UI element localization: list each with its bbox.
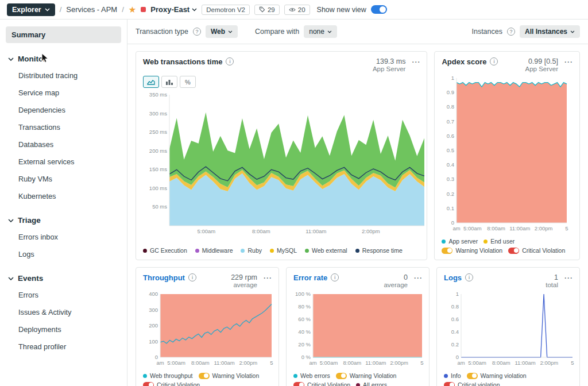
chart-type-percent-button[interactable]: %	[180, 76, 196, 88]
critical-violation-toggle[interactable]	[293, 382, 304, 386]
legend-item-critical-violation[interactable]: Critical violation	[444, 381, 500, 386]
account-badge[interactable]: Demotron V2	[202, 5, 250, 15]
legend-item-critical-violation[interactable]: Critical Violation	[508, 247, 565, 254]
compare-with-dropdown[interactable]: none	[304, 25, 337, 38]
instances-dropdown[interactable]: All Instances	[520, 25, 580, 38]
sidebar-section-triage[interactable]: Triage	[6, 213, 121, 228]
sidebar-section-monitor[interactable]: Monitor	[6, 51, 121, 67]
info-icon[interactable]: i	[465, 273, 473, 281]
chart-type-area-button[interactable]	[143, 76, 159, 88]
apdex-score-chart[interactable]: 00.10.20.30.40.50.60.70.80.91am5:00am8:0…	[442, 74, 572, 234]
legend-item-critical-violation[interactable]: Critical Violation	[143, 381, 200, 386]
legend-dot-icon	[442, 240, 446, 244]
sidebar-item-external-services[interactable]: External services	[6, 153, 121, 170]
chart-title-apdex-score[interactable]: Apdex score	[442, 57, 486, 66]
card-menu-button[interactable]: ⋯	[562, 57, 572, 66]
legend-item-warning-violation[interactable]: Warning Violation	[199, 372, 260, 379]
legend-dot-icon	[143, 374, 147, 378]
error-rate-chart[interactable]: 0 %20 %40 %60 %80 %100 %am5:00am8:00am11…	[293, 290, 422, 369]
critical-violation-toggle[interactable]	[143, 382, 154, 386]
legend-item-all-errors[interactable]: All errors	[356, 381, 387, 386]
chart-value: 0	[384, 273, 408, 281]
legend-item-mysql[interactable]: MySQL	[270, 247, 297, 254]
legend-item-critical-violation[interactable]: Critical Violation	[293, 381, 350, 386]
info-icon[interactable]: i	[226, 57, 234, 65]
sidebar-item-issues-activity[interactable]: Issues & Activity	[6, 303, 121, 321]
legend-item-app-server[interactable]: App server	[442, 238, 478, 245]
explorer-dropdown-button[interactable]: Explorer	[7, 3, 55, 16]
legend-item-info[interactable]: Info	[444, 372, 461, 379]
legend-item-web-errors[interactable]: Web errors	[293, 372, 330, 379]
legend-item-middleware[interactable]: Middleware	[195, 247, 233, 254]
legend-item-web-external[interactable]: Web external	[305, 247, 347, 254]
legend-label: Critical violation	[458, 381, 500, 386]
warning-violation-toggle[interactable]	[336, 373, 347, 379]
sidebar-item-thread-profiler[interactable]: Thread profiler	[6, 338, 121, 355]
svg-text:5: 5	[270, 360, 273, 366]
svg-text:2:00pm: 2:00pm	[239, 360, 257, 366]
svg-text:150 ms: 150 ms	[149, 166, 167, 172]
watchers-badge[interactable]: 20	[284, 5, 310, 15]
legend-item-warning-violation[interactable]: Warning violation	[467, 372, 527, 379]
tags-badge[interactable]: 29	[254, 5, 280, 15]
sidebar-item-summary[interactable]: Summary	[6, 26, 121, 43]
throughput-chart[interactable]: 0100200300400am5:00am8:00am11:00am2:00pm…	[143, 290, 272, 369]
sidebar-item-distributed-tracing[interactable]: Distributed tracing	[6, 67, 121, 84]
legend-item-ruby[interactable]: Ruby	[241, 247, 262, 254]
favorite-star-icon[interactable]: ★	[129, 5, 136, 14]
help-icon[interactable]: ?	[193, 28, 201, 36]
svg-text:40 %: 40 %	[298, 329, 311, 335]
compare-with-value: none	[309, 28, 324, 36]
chart-type-bar-button[interactable]	[161, 76, 177, 88]
legend-item-response-time[interactable]: Response time	[355, 247, 403, 254]
logs-chart[interactable]: 00.20.40.60.81am5:00am8:00am11:00am2:00p…	[444, 290, 572, 369]
sidebar-item-dependencies[interactable]: Dependencies	[6, 101, 121, 118]
critical-violation-toggle[interactable]	[508, 248, 519, 254]
legend-item-warning-violation[interactable]: Warning Violation	[442, 247, 502, 254]
sidebar-item-kubernetes[interactable]: Kubernetes	[6, 187, 121, 204]
sidebar-item-ruby-vms[interactable]: Ruby VMs	[6, 170, 121, 187]
svg-text:0.7: 0.7	[447, 118, 454, 125]
card-menu-button[interactable]: ⋯	[409, 57, 420, 66]
sidebar-item-errors[interactable]: Errors	[6, 286, 121, 303]
sidebar-item-service-map[interactable]: Service map	[6, 84, 121, 101]
legend-dot-icon	[356, 383, 360, 386]
legend-label: Critical Violation	[307, 381, 350, 386]
info-icon[interactable]: i	[490, 57, 498, 65]
warning-violation-toggle[interactable]	[467, 373, 478, 379]
area-chart-icon	[147, 79, 155, 85]
help-icon[interactable]: ?	[507, 28, 515, 36]
card-menu-button[interactable]: ⋯	[411, 273, 422, 282]
web-transactions-time-chart[interactable]: 50 ms100 ms150 ms200 ms250 ms300 ms350 m…	[143, 90, 420, 237]
legend-item-gc-execution[interactable]: GC Execution	[143, 247, 187, 254]
critical-violation-toggle[interactable]	[444, 382, 455, 386]
breadcrumb-services-apm[interactable]: Services - APM	[66, 5, 117, 14]
card-menu-button[interactable]: ⋯	[562, 273, 572, 282]
chart-legend: GC ExecutionMiddlewareRubyMySQLWeb exter…	[143, 244, 420, 254]
legend-item-web-throughput[interactable]: Web throughput	[143, 372, 193, 379]
sidebar-item-transactions[interactable]: Transactions	[6, 118, 121, 136]
sidebar-item-logs[interactable]: Logs	[6, 245, 121, 263]
info-icon[interactable]: i	[331, 273, 339, 281]
chart-title-web-transactions-time[interactable]: Web transactions time	[143, 57, 222, 66]
legend-dot-icon	[305, 249, 309, 253]
sidebar-item-errors-inbox[interactable]: Errors inbox	[6, 228, 121, 245]
svg-text:100 ms: 100 ms	[149, 185, 167, 191]
sidebar-section-events[interactable]: Events	[6, 271, 121, 286]
sidebar-item-deployments[interactable]: Deployments	[6, 321, 121, 338]
warning-violation-toggle[interactable]	[442, 248, 452, 254]
chart-title-throughput[interactable]: Throughput	[143, 273, 185, 282]
svg-text:2:00pm: 2:00pm	[540, 360, 558, 366]
show-new-view-toggle[interactable]	[371, 5, 387, 14]
card-menu-button[interactable]: ⋯	[261, 273, 272, 282]
legend-item-warning-violation[interactable]: Warning Violation	[336, 372, 397, 379]
legend-item-end-user[interactable]: End user	[483, 238, 514, 245]
warning-violation-toggle[interactable]	[199, 373, 210, 379]
entity-dropdown[interactable]: Proxy-East	[150, 5, 197, 14]
transaction-type-dropdown[interactable]: Web	[206, 25, 238, 38]
legend-label: Warning Violation	[212, 372, 260, 379]
sidebar-item-databases[interactable]: Databases	[6, 136, 121, 153]
chart-title-logs[interactable]: Logs	[444, 273, 462, 282]
chart-title-error-rate[interactable]: Error rate	[293, 273, 327, 282]
info-icon[interactable]: i	[188, 273, 196, 281]
